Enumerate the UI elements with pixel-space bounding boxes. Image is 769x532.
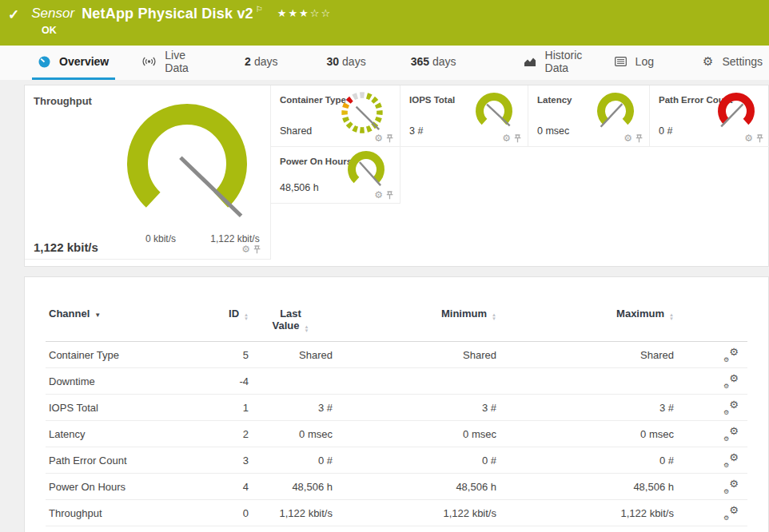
channel-minimum: 48,506 h bbox=[333, 481, 496, 493]
channel-settings-icon[interactable]: ⚙⚙ bbox=[723, 480, 739, 494]
channel-minimum: Shared bbox=[333, 349, 496, 361]
channel-minimum: 0 msec bbox=[333, 428, 496, 440]
pin-icon[interactable] bbox=[386, 191, 393, 200]
column-header-maximum[interactable]: Maximum▲▼ bbox=[496, 308, 674, 321]
throughput-gauge bbox=[119, 103, 255, 232]
tab-live-data[interactable]: Live Data bbox=[136, 46, 198, 80]
tab-label: Historic Data bbox=[545, 49, 584, 74]
priority-flag-icon[interactable]: ⚐ bbox=[256, 5, 263, 14]
channel-name: Downtime bbox=[49, 375, 181, 387]
tab-30-days[interactable]: 30 days bbox=[320, 46, 372, 80]
channel-gear-icon[interactable]: ⚙ bbox=[624, 133, 632, 143]
gauge-cell-throughput[interactable]: Throughput 0 kbit/s 1,122 kbit/s 1,122 k… bbox=[25, 85, 271, 260]
gauge-max-label: 1,122 kbit/s bbox=[199, 233, 271, 244]
table-row: Path Error Count 3 0 # 0 # 0 # ⚙⚙ bbox=[46, 447, 747, 474]
channel-name: Power On Hours bbox=[49, 481, 181, 493]
column-header-last-value[interactable]: Last Value▲▼ bbox=[249, 308, 333, 333]
sensor-status-badge: OK bbox=[42, 25, 57, 36]
channel-settings-icon[interactable]: ⚙⚙ bbox=[723, 454, 739, 467]
channel-id: 3 bbox=[181, 455, 249, 466]
gauges-panel: Throughput 0 kbit/s 1,122 kbit/s 1,122 k… bbox=[24, 85, 769, 267]
pin-icon[interactable] bbox=[756, 134, 763, 143]
channel-name: Path Error Count bbox=[49, 455, 181, 466]
channel-maximum: 0 msec bbox=[496, 428, 674, 440]
column-header-channel[interactable]: Channel▼ bbox=[49, 308, 181, 320]
channel-maximum: 1,122 kbit/s bbox=[496, 507, 674, 519]
channel-last-value: 0 msec bbox=[249, 428, 333, 440]
tab-label: Live Data bbox=[165, 49, 192, 74]
pin-icon[interactable] bbox=[386, 134, 393, 143]
gauge-value: Shared bbox=[280, 125, 312, 137]
gauge-min-label: 0 kbit/s bbox=[133, 233, 189, 244]
channel-gear-icon[interactable]: ⚙ bbox=[374, 190, 383, 200]
status-ok-check-icon: ✓ bbox=[8, 6, 19, 23]
channel-settings-icon[interactable]: ⚙⚙ bbox=[723, 401, 739, 415]
channel-gear-icon[interactable]: ⚙ bbox=[744, 133, 753, 143]
channel-minimum: 0 # bbox=[333, 455, 496, 466]
tab-overview[interactable]: Overview bbox=[32, 46, 115, 80]
channel-name: Latency bbox=[49, 428, 181, 440]
channel-id: 4 bbox=[181, 481, 249, 493]
latency-gauge bbox=[593, 89, 638, 139]
gauge-title: Throughput bbox=[34, 95, 92, 107]
channel-last-value: Shared bbox=[249, 349, 333, 361]
channel-gear-icon[interactable]: ⚙ bbox=[502, 133, 511, 143]
gauge-value: 48,506 h bbox=[280, 182, 319, 193]
channel-id: 5 bbox=[181, 349, 249, 361]
priority-stars[interactable]: ★★★☆☆ bbox=[277, 7, 332, 19]
pin-icon[interactable] bbox=[514, 134, 521, 143]
channel-maximum: Shared bbox=[496, 349, 674, 361]
channel-id: 2 bbox=[181, 428, 249, 440]
broadcast-icon bbox=[142, 56, 156, 67]
path-error-count-gauge bbox=[714, 89, 759, 139]
sensor-title: NetApp Physical Disk v2 bbox=[82, 6, 253, 22]
channel-settings-icon[interactable]: ⚙⚙ bbox=[723, 375, 739, 388]
table-header-row: Channel▼ ID▲▼ Last Value▲▼ Minimum▲▼ Max… bbox=[46, 301, 747, 342]
gauge-value: 1,122 kbit/s bbox=[34, 240, 98, 254]
sort-icon[interactable]: ▲▼ bbox=[669, 313, 674, 321]
channel-maximum: 3 # bbox=[496, 402, 674, 414]
channel-minimum: 3 # bbox=[333, 402, 496, 414]
channel-last-value: 3 # bbox=[249, 402, 333, 414]
column-header-id[interactable]: ID▲▼ bbox=[181, 308, 249, 321]
tab-strong: 365 bbox=[411, 55, 429, 68]
gauge-cell-power-on-hours[interactable]: Power On Hours 48,506 h ⚙ bbox=[271, 147, 400, 204]
gauge-cell-container-type[interactable]: Container Type Shared ⚙ bbox=[271, 85, 400, 147]
channel-gear-icon[interactable]: ⚙ bbox=[241, 244, 250, 254]
sort-desc-icon[interactable]: ▼ bbox=[94, 312, 101, 319]
object-kind-label: Sensor bbox=[31, 6, 74, 22]
tab-settings[interactable]: ⚙ Settings bbox=[696, 46, 769, 80]
pin-icon[interactable] bbox=[253, 245, 261, 254]
tab-strong: 30 bbox=[326, 55, 339, 68]
table-row: Downtime -4 ⚙⚙ bbox=[46, 368, 747, 395]
gear-icon: ⚙ bbox=[703, 54, 713, 69]
sort-icon[interactable]: ▲▼ bbox=[305, 325, 309, 333]
table-row: Container Type 5 Shared Shared Shared ⚙⚙ bbox=[46, 342, 747, 368]
gauge-icon bbox=[38, 56, 50, 68]
column-header-minimum[interactable]: Minimum▲▼ bbox=[333, 308, 496, 321]
tab-label: days bbox=[432, 55, 456, 68]
gauge-value: 0 msec bbox=[537, 125, 569, 137]
table-row: IOPS Total 1 3 # 3 # 3 # ⚙⚙ bbox=[46, 395, 747, 421]
tab-historic-data[interactable]: Historic Data bbox=[517, 46, 591, 80]
tab-365-days[interactable]: 365 days bbox=[404, 46, 463, 80]
gauge-cell-iops-total[interactable]: IOPS Total 3 # ⚙ bbox=[400, 85, 528, 147]
tab-2-days[interactable]: 2 days bbox=[238, 46, 284, 80]
channel-gear-icon[interactable]: ⚙ bbox=[374, 133, 383, 143]
pin-icon[interactable] bbox=[636, 134, 643, 143]
channel-settings-icon[interactable]: ⚙⚙ bbox=[723, 427, 739, 441]
tab-strong: 2 bbox=[245, 55, 251, 68]
tab-label: days bbox=[254, 55, 278, 68]
tab-label: days bbox=[342, 55, 366, 68]
channel-name: Throughput bbox=[49, 507, 181, 519]
channel-id: -4 bbox=[181, 375, 249, 387]
tab-log[interactable]: Log bbox=[608, 46, 660, 80]
table-row: Throughput 0 1,122 kbit/s 1,122 kbit/s 1… bbox=[46, 500, 747, 526]
gauge-cell-latency[interactable]: Latency 0 msec ⚙ bbox=[528, 85, 650, 147]
channel-name: Container Type bbox=[49, 349, 181, 361]
tab-label: Overview bbox=[59, 55, 109, 68]
channel-settings-icon[interactable]: ⚙⚙ bbox=[723, 506, 739, 520]
channel-id: 0 bbox=[181, 507, 249, 519]
channel-settings-icon[interactable]: ⚙⚙ bbox=[723, 348, 739, 362]
gauge-cell-path-error-count[interactable]: Path Error Count 0 # ⚙ bbox=[650, 85, 769, 147]
